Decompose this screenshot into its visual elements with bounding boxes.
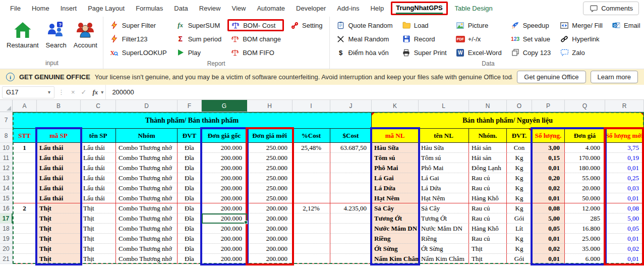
cell-C19[interactable]: Thịt	[81, 234, 116, 244]
cell-N18[interactable]: Hàng Khô	[469, 224, 507, 234]
cell-J15[interactable]	[330, 193, 372, 203]
cell-C13[interactable]: Lẩu thái	[81, 173, 116, 183]
cell-C17[interactable]: Thịt	[81, 213, 116, 224]
cell-J12[interactable]	[330, 163, 372, 173]
ribbon-button-x[interactable]: PDF+/-/x	[453, 33, 505, 45]
cell-Q17[interactable]: 285	[565, 213, 605, 224]
field-header-stt[interactable]: STT	[13, 129, 37, 143]
cell-L13[interactable]: Lá Gai	[419, 173, 469, 183]
cell-P21[interactable]: 0,01	[532, 254, 565, 264]
cell-R13[interactable]: 0,25	[605, 173, 644, 183]
ribbon-button-copy-123[interactable]: Copy 123	[508, 46, 554, 59]
cell-I12[interactable]	[292, 163, 330, 173]
cell-I15[interactable]	[292, 193, 330, 203]
cell-L10[interactable]: Hàu Sữa	[419, 143, 469, 153]
cell-B18[interactable]: Thịt	[37, 224, 81, 234]
cell-N13[interactable]: Rau củ	[469, 173, 507, 183]
menu-item-formulas[interactable]: Formulas	[131, 1, 168, 16]
ribbon-button-bom-cost[interactable]: BOM- Cost	[227, 19, 284, 31]
cell-P12[interactable]: 0,01	[532, 163, 565, 173]
menu-item-page-layout[interactable]: Page Layout	[83, 1, 130, 16]
cell-H21[interactable]: 200.000	[247, 254, 292, 264]
cell-F10[interactable]: Đĩa	[178, 143, 202, 153]
ribbon-button-super-filter[interactable]: Super Filter	[107, 19, 170, 31]
cell-K17[interactable]: Tương Ớt	[372, 213, 419, 224]
cell-D11[interactable]: Combo Thương nhớ	[116, 153, 178, 163]
cancel-icon[interactable]: ×	[68, 88, 78, 96]
cell-P16[interactable]: 0,08	[532, 203, 565, 213]
cell-J14[interactable]	[330, 183, 372, 193]
cell-G15[interactable]: 200.000	[202, 193, 247, 203]
cell-P15[interactable]: 0,01	[532, 193, 565, 203]
cell-F19[interactable]: Đĩa	[178, 234, 202, 244]
cell-N14[interactable]: Rau củ	[469, 183, 507, 193]
cell-L15[interactable]: Hạt Nêm	[419, 193, 469, 203]
menu-item-automate[interactable]: Automate	[252, 1, 290, 16]
cell-G19[interactable]: 200.000	[202, 234, 247, 244]
column-header-N[interactable]: N	[469, 100, 507, 112]
cell-F16[interactable]: Đĩa	[178, 203, 202, 213]
cell-O12[interactable]: Kg	[507, 163, 532, 173]
cell-Q12[interactable]: 180.000	[565, 163, 605, 173]
cell-H15[interactable]: 250.000	[247, 193, 292, 203]
cell-I18[interactable]	[292, 224, 330, 234]
cell-H11[interactable]: 250.000	[247, 153, 292, 163]
comments-button[interactable]: Comments	[583, 2, 639, 15]
cell-D14[interactable]: Combo Thương nhớ	[116, 183, 178, 193]
field-header-dvt[interactable]: ĐVT	[178, 129, 202, 143]
get-genuine-office-button[interactable]: Get genuine Office	[517, 71, 586, 83]
cell-H20[interactable]: 200.000	[247, 244, 292, 254]
cell-Q11[interactable]: 170.000	[565, 153, 605, 163]
cell-F14[interactable]: Đĩa	[178, 183, 202, 193]
cell-G16[interactable]: 200.000	[202, 203, 247, 213]
row-header-8[interactable]: 8	[0, 129, 13, 143]
cell-F13[interactable]: Đĩa	[178, 173, 202, 183]
menu-item-home[interactable]: Home	[27, 1, 54, 16]
cell-O21[interactable]: Gói	[507, 254, 532, 264]
cell-F21[interactable]: Đĩa	[178, 254, 202, 264]
column-header-F[interactable]: F	[178, 100, 202, 112]
menu-item-file[interactable]: File	[5, 1, 26, 16]
cell-I19[interactable]	[292, 234, 330, 244]
cell-J19[interactable]	[330, 234, 372, 244]
cell-O20[interactable]: Kg	[507, 244, 532, 254]
cell-B13[interactable]: Lẩu thái	[37, 173, 81, 183]
ribbon-button-quote-random[interactable]: Quote Random	[333, 19, 396, 31]
ribbon-button-bom-fifo[interactable]: BOM FIFO	[227, 46, 284, 59]
cell-B17[interactable]: Thịt	[37, 213, 81, 224]
cell-D21[interactable]: Combo Thương nhớ	[116, 254, 178, 264]
ribbon-button-setting[interactable]: Setting	[287, 19, 325, 31]
row-header-11[interactable]: 11	[0, 153, 13, 163]
cell-K11[interactable]: Tôm sú	[372, 153, 419, 163]
ribbon-button-picture[interactable]: Picture	[453, 19, 505, 31]
cell-P18[interactable]: 0,05	[532, 224, 565, 234]
cell-A16[interactable]: 2	[13, 203, 37, 213]
cell-D13[interactable]: Combo Thương nhớ	[116, 173, 178, 183]
cell-B10[interactable]: Lẩu thái	[37, 143, 81, 153]
cell-A20[interactable]	[13, 244, 37, 254]
cell-G12[interactable]: 200.000	[202, 163, 247, 173]
ribbon-button-play[interactable]: Play	[173, 46, 224, 59]
cell-G21[interactable]: 200.000	[202, 254, 247, 264]
cell-I14[interactable]	[292, 183, 330, 193]
cell-L18[interactable]: Nước Mắm DN	[419, 224, 469, 234]
cell-A18[interactable]	[13, 224, 37, 234]
cell-Q21[interactable]: 6.000	[565, 254, 605, 264]
cell-C14[interactable]: Lẩu thái	[81, 183, 116, 193]
cell-R17[interactable]: 5,00	[605, 213, 644, 224]
row-header-19[interactable]: 19	[0, 234, 13, 244]
cell-A21[interactable]	[13, 254, 37, 264]
field-header-nhom[interactable]: Nhóm	[116, 129, 178, 143]
cell-L20[interactable]: Ớt Sừng	[419, 244, 469, 254]
cell-I21[interactable]	[292, 254, 330, 264]
menu-item-data[interactable]: Data	[169, 1, 193, 16]
cell-D19[interactable]: Combo Thương nhớ	[116, 234, 178, 244]
cell-B19[interactable]: Thịt	[37, 234, 81, 244]
ribbon-button-email[interactable]: OEmail	[609, 19, 643, 31]
cell-P14[interactable]: 0,02	[532, 183, 565, 193]
row-header-10[interactable]: 10	[0, 143, 13, 153]
ribbon-button-bom-change[interactable]: BOM change	[227, 33, 284, 45]
ribbon-button-speedup[interactable]: Speedup	[508, 19, 554, 31]
cell-L17[interactable]: Tương Ớt	[419, 213, 469, 224]
cell-L19[interactable]: Riềng	[419, 234, 469, 244]
